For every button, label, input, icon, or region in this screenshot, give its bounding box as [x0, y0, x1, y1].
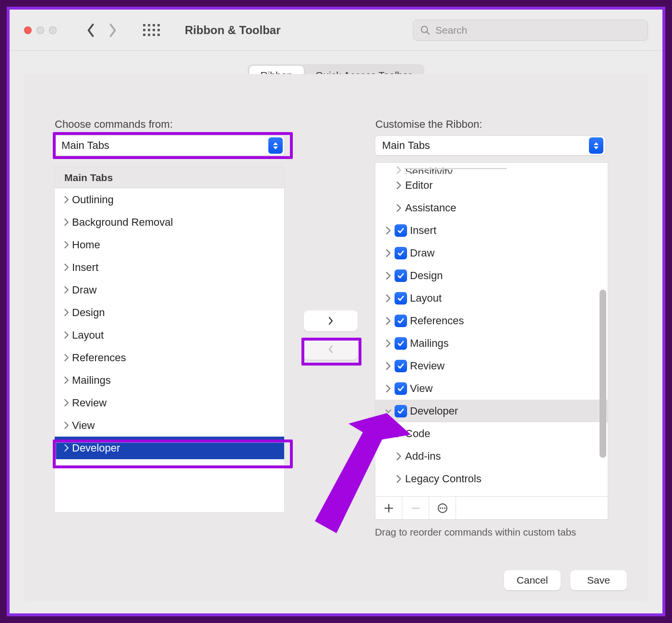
- tree-item[interactable]: Developer: [375, 400, 608, 422]
- window-title: Ribbon & Toolbar: [185, 24, 281, 37]
- chevron-right-icon[interactable]: [382, 340, 395, 347]
- tree-item[interactable]: Legacy Controls: [375, 467, 608, 490]
- checkbox-checked[interactable]: [395, 247, 407, 259]
- svg-line-1: [427, 32, 429, 34]
- commands-list-item[interactable]: References: [55, 346, 284, 369]
- save-button[interactable]: Save: [570, 570, 627, 590]
- ribbon-tree[interactable]: SensitivityEditorAssistanceInsertDrawDes…: [375, 162, 608, 497]
- tree-item[interactable]: References: [375, 309, 608, 332]
- commands-list-item[interactable]: Design: [55, 301, 284, 324]
- commands-list-header: Main Tabs: [55, 167, 284, 188]
- show-all-icon[interactable]: [143, 24, 160, 36]
- checkbox-checked[interactable]: [395, 337, 407, 350]
- tree-item[interactable]: Add-ins: [375, 445, 608, 467]
- chevron-right-icon[interactable]: [382, 385, 395, 392]
- customise-ribbon-value: Main Tabs: [382, 139, 430, 152]
- chevron-right-icon[interactable]: [393, 204, 405, 212]
- commands-list[interactable]: Main Tabs OutliningBackground RemovalHom…: [54, 167, 285, 513]
- checkbox-checked[interactable]: [395, 315, 407, 327]
- chevron-right-icon[interactable]: [382, 272, 395, 280]
- checkbox-checked[interactable]: [395, 269, 407, 282]
- chevron-right-icon[interactable]: [382, 294, 395, 302]
- commands-list-item[interactable]: Mailings: [55, 369, 284, 391]
- stepper-icon: [589, 137, 603, 154]
- tree-item[interactable]: Design: [375, 264, 608, 287]
- tree-item[interactable]: Review: [375, 354, 608, 377]
- tree-item[interactable]: Mailings: [375, 332, 608, 354]
- chevron-right-icon: [61, 241, 71, 248]
- zoom-window-dot: [49, 26, 57, 34]
- list-item-label: References: [72, 352, 126, 364]
- nav-forward-button: [108, 23, 118, 37]
- stepper-icon: [268, 137, 283, 154]
- checkbox-checked[interactable]: [395, 224, 407, 237]
- scrollbar-thumb[interactable]: [600, 290, 606, 458]
- commands-list-item[interactable]: Home: [55, 233, 284, 256]
- cancel-button[interactable]: Cancel: [504, 570, 561, 590]
- tree-item-label: Design: [410, 269, 443, 282]
- choose-commands-dropdown[interactable]: Main Tabs: [54, 135, 285, 156]
- checkbox-checked[interactable]: [395, 405, 407, 417]
- add-tab-button[interactable]: [375, 497, 402, 519]
- chevron-right-icon: [61, 286, 71, 293]
- list-item-label: Design: [72, 306, 105, 319]
- tree-item-label: Developer: [410, 405, 458, 417]
- chevron-right-icon[interactable]: [382, 362, 395, 370]
- commands-list-item[interactable]: View: [55, 414, 284, 437]
- tree-item[interactable]: Layout: [375, 287, 608, 309]
- commands-list-item[interactable]: Insert: [55, 256, 284, 279]
- remove-tab-button: [402, 497, 429, 519]
- tree-item-label: Review: [410, 360, 444, 372]
- chevron-down-icon[interactable]: [382, 407, 395, 415]
- chevron-right-icon[interactable]: [393, 182, 405, 189]
- commands-list-item[interactable]: Background Removal: [55, 211, 284, 233]
- checkbox-checked[interactable]: [395, 382, 407, 395]
- chevron-right-icon[interactable]: [382, 249, 395, 257]
- chevron-right-icon: [61, 309, 71, 316]
- customise-ribbon-dropdown[interactable]: Main Tabs: [375, 135, 605, 156]
- reorder-hint: Drag to reorder commands within custom t…: [375, 526, 576, 538]
- list-item-label: Home: [72, 239, 100, 251]
- commands-list-item[interactable]: Layout: [55, 324, 284, 346]
- close-window-dot[interactable]: [24, 26, 32, 34]
- chevron-right-icon: [61, 444, 71, 452]
- nav-back-button[interactable]: [85, 23, 96, 37]
- commands-list-item[interactable]: Review: [55, 391, 284, 414]
- checkbox-checked[interactable]: [395, 360, 407, 372]
- tree-item-label: Code: [405, 428, 431, 440]
- tree-item[interactable]: Draw: [375, 242, 608, 264]
- tree-item-label: Legacy Controls: [405, 473, 481, 485]
- tree-item[interactable]: Insert: [375, 219, 608, 242]
- chevron-left-icon: [327, 344, 334, 354]
- chevron-right-icon[interactable]: [382, 317, 395, 325]
- chevron-right-icon[interactable]: [382, 227, 395, 234]
- chevron-right-icon[interactable]: [393, 475, 405, 483]
- chevron-right-icon[interactable]: [393, 430, 405, 438]
- tree-item[interactable]: Code: [375, 422, 608, 445]
- list-item-label: Developer: [72, 442, 120, 454]
- main-panel: Choose commands from: Customise the Ribb…: [24, 74, 648, 601]
- search-input[interactable]: Search: [413, 20, 648, 41]
- checkbox-checked[interactable]: [395, 292, 407, 305]
- list-item-label: Layout: [72, 329, 104, 342]
- list-item-label: Draw: [72, 284, 96, 296]
- tree-item[interactable]: Assistance: [375, 196, 608, 219]
- tree-item-clipped[interactable]: Sensitivity: [375, 163, 608, 174]
- traffic-lights: [24, 26, 57, 34]
- add-command-button[interactable]: [304, 310, 358, 331]
- tree-item[interactable]: View: [375, 377, 608, 400]
- chevron-right-icon: [393, 166, 405, 174]
- list-item-label: Insert: [72, 261, 98, 274]
- options-button[interactable]: [429, 497, 456, 519]
- tree-item[interactable]: Editor: [375, 174, 608, 196]
- chevron-right-icon[interactable]: [393, 452, 405, 460]
- commands-list-item[interactable]: Draw: [55, 279, 284, 301]
- tree-item-label: Mailings: [410, 337, 449, 350]
- svg-point-4: [442, 507, 443, 509]
- commands-list-item[interactable]: Developer: [55, 437, 284, 459]
- remove-command-button: [304, 339, 358, 360]
- commands-list-item[interactable]: Outlining: [55, 188, 284, 211]
- chevron-right-icon: [61, 377, 71, 384]
- tree-item-label: Draw: [410, 247, 434, 259]
- chevron-right-icon: [61, 219, 71, 226]
